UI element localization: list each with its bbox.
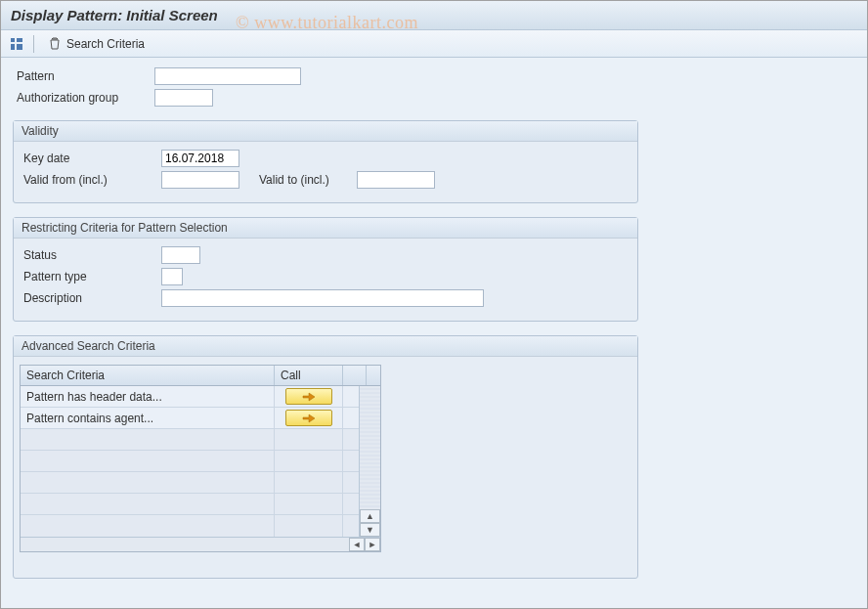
status-label: Status bbox=[20, 248, 161, 262]
col-scroll-header bbox=[343, 366, 367, 385]
validity-group-title: Validity bbox=[14, 121, 637, 142]
advanced-group: Advanced Search Criteria Search Criteria… bbox=[13, 335, 638, 579]
description-input[interactable] bbox=[161, 289, 484, 307]
validfrom-label: Valid from (incl.) bbox=[20, 173, 161, 187]
search-criteria-label: Search Criteria bbox=[66, 37, 145, 51]
validity-group: Validity Key date Valid from (incl.) Val… bbox=[13, 120, 638, 203]
table-row: Pattern has header data... bbox=[21, 386, 359, 408]
keydate-label: Key date bbox=[20, 152, 161, 165]
arrow-right-icon bbox=[302, 392, 316, 402]
row2-label: Pattern contains agent... bbox=[21, 408, 275, 428]
pattern-label: Pattern bbox=[13, 69, 154, 83]
page-title: Display Pattern: Initial Screen bbox=[1, 1, 867, 30]
validto-input[interactable] bbox=[357, 171, 435, 189]
pattern-input[interactable] bbox=[154, 67, 301, 85]
col-search-criteria[interactable]: Search Criteria bbox=[21, 366, 275, 385]
grid-icon[interactable] bbox=[9, 36, 24, 52]
table-row: Pattern contains agent... bbox=[21, 408, 359, 429]
row1-label: Pattern has header data... bbox=[21, 386, 275, 407]
table-row bbox=[21, 429, 359, 451]
delete-search-criteria-button[interactable]: Search Criteria bbox=[43, 34, 149, 54]
col-call[interactable]: Call bbox=[275, 366, 343, 385]
page-title-text: Display Pattern: Initial Screen bbox=[11, 7, 218, 23]
scrollbar[interactable]: ▲ ▼ bbox=[359, 386, 380, 537]
arrow-right-icon bbox=[302, 413, 316, 423]
svg-rect-0 bbox=[11, 38, 15, 42]
advanced-table: Search Criteria Call Pattern has header … bbox=[20, 365, 381, 552]
validfrom-input[interactable] bbox=[161, 171, 239, 189]
validto-label: Valid to (incl.) bbox=[239, 173, 357, 187]
toolbar: Search Criteria bbox=[1, 30, 867, 58]
patterntype-label: Pattern type bbox=[20, 270, 161, 283]
table-row bbox=[21, 472, 359, 494]
patterntype-input[interactable] bbox=[161, 268, 183, 285]
table-row bbox=[21, 515, 359, 537]
svg-rect-1 bbox=[17, 38, 22, 42]
hscroll-right-icon[interactable]: ► bbox=[365, 538, 380, 551]
table-row bbox=[21, 451, 359, 472]
restricting-group: Restricting Criteria for Pattern Selecti… bbox=[13, 217, 638, 322]
scroll-up-icon[interactable]: ▲ bbox=[360, 509, 380, 523]
table-row bbox=[21, 494, 359, 515]
svg-rect-2 bbox=[11, 44, 15, 50]
hscroll-left-icon[interactable]: ◄ bbox=[349, 538, 365, 551]
keydate-input[interactable] bbox=[161, 150, 239, 167]
authgroup-label: Authorization group bbox=[13, 91, 154, 105]
call-button[interactable] bbox=[285, 388, 332, 405]
authgroup-input[interactable] bbox=[154, 89, 213, 107]
toolbar-separator bbox=[33, 35, 34, 53]
trash-icon bbox=[47, 36, 63, 52]
restricting-group-title: Restricting Criteria for Pattern Selecti… bbox=[14, 218, 637, 239]
description-label: Description bbox=[20, 291, 161, 305]
call-button[interactable] bbox=[285, 410, 332, 426]
svg-rect-3 bbox=[17, 44, 22, 50]
advanced-table-header: Search Criteria Call bbox=[21, 366, 380, 386]
advanced-group-title: Advanced Search Criteria bbox=[14, 336, 637, 357]
content-area: © www.tutorialkart.com Pattern Authoriza… bbox=[1, 58, 867, 609]
status-input[interactable] bbox=[161, 246, 200, 264]
scroll-down-icon[interactable]: ▼ bbox=[360, 523, 380, 537]
